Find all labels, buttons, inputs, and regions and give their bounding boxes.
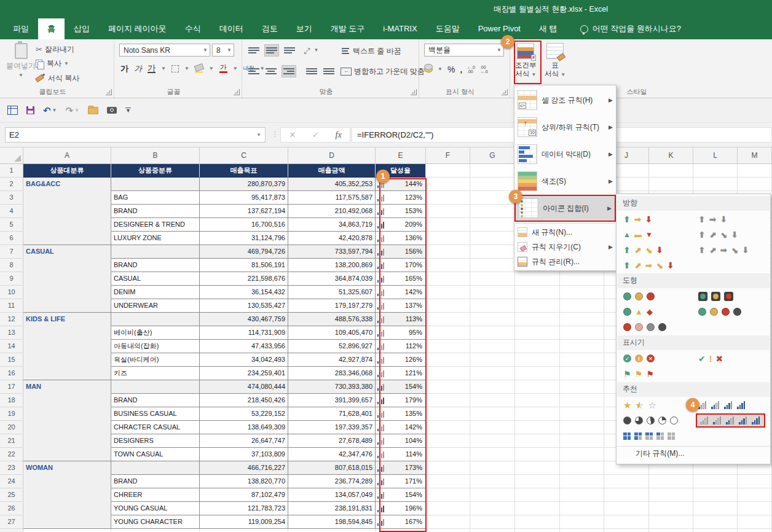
empty-cell[interactable] bbox=[560, 448, 604, 461]
empty-cell[interactable] bbox=[23, 529, 111, 532]
cell-minor-category[interactable]: 베이비(출산) bbox=[111, 326, 200, 340]
empty-cell[interactable] bbox=[515, 353, 560, 367]
cell-minor-category[interactable] bbox=[111, 461, 200, 475]
empty-cell[interactable] bbox=[426, 178, 470, 191]
cell-sales-target[interactable]: 26,647,747 bbox=[200, 434, 288, 448]
more-rules-item[interactable]: 기타 규칙(M)... bbox=[616, 446, 770, 461]
empty-cell[interactable] bbox=[470, 286, 515, 299]
cell-achievement-rate[interactable]: 104% bbox=[376, 434, 426, 448]
cell-achievement-rate[interactable]: 209% bbox=[376, 218, 426, 232]
empty-cell[interactable] bbox=[604, 515, 649, 529]
cell-achievement-rate[interactable]: 95% bbox=[376, 326, 426, 340]
empty-cell[interactable] bbox=[560, 421, 604, 434]
empty-cell[interactable] bbox=[560, 367, 604, 380]
cell-minor-category[interactable]: BRAND bbox=[111, 205, 200, 218]
empty-cell[interactable] bbox=[604, 529, 649, 532]
icon-set-option[interactable]: ⬆➡⬇ bbox=[698, 215, 727, 224]
paste-button[interactable]: 붙여넣기 ▼ bbox=[6, 43, 36, 78]
empty-cell[interactable] bbox=[738, 529, 772, 532]
empty-cell[interactable] bbox=[560, 394, 604, 407]
empty-cell[interactable] bbox=[515, 340, 560, 353]
center-align-button[interactable] bbox=[264, 66, 278, 77]
bold-button[interactable]: 가 bbox=[120, 65, 128, 72]
cell-minor-category[interactable]: BUSINESS CASUAL bbox=[111, 407, 200, 421]
column-header-A[interactable]: A bbox=[23, 147, 111, 163]
icon-set-option[interactable]: ⬆⬈⬊⬇ bbox=[623, 246, 663, 254]
empty-cell[interactable] bbox=[426, 326, 470, 340]
font-size-combo[interactable]: 8 ▼ bbox=[212, 44, 234, 57]
empty-cell[interactable] bbox=[515, 434, 560, 448]
empty-cell[interactable] bbox=[470, 326, 515, 340]
empty-cell[interactable] bbox=[470, 394, 515, 407]
column-header-K[interactable]: K bbox=[649, 147, 693, 163]
cell-achievement-rate[interactable]: 113% bbox=[376, 313, 426, 326]
empty-cell[interactable] bbox=[426, 259, 470, 272]
empty-cell[interactable] bbox=[426, 286, 470, 299]
cell-sales-target[interactable]: 466,716,227 bbox=[200, 461, 288, 475]
cell-achievement-rate[interactable]: 167% bbox=[376, 515, 426, 529]
empty-cell[interactable] bbox=[470, 434, 515, 448]
cell-sales-target[interactable]: 31,124,796 bbox=[200, 232, 288, 245]
cell-minor-category[interactable]: CASUAL bbox=[111, 272, 200, 286]
cell-sales-target[interactable]: 234,259,401 bbox=[200, 367, 288, 380]
tab-개발 도구[interactable]: 개발 도구 bbox=[321, 18, 374, 39]
cell-achievement-rate[interactable]: 165% bbox=[376, 272, 426, 286]
cell-sales-amount[interactable]: 197,339,357 bbox=[288, 421, 376, 434]
empty-cell[interactable] bbox=[515, 299, 560, 313]
cell-sales-target[interactable]: 87,102,479 bbox=[200, 488, 288, 502]
row-header-10[interactable]: 10 bbox=[0, 286, 23, 299]
row-header-8[interactable]: 8 bbox=[0, 259, 23, 272]
empty-cell[interactable] bbox=[515, 313, 560, 326]
icon-set-option-selected[interactable] bbox=[696, 413, 765, 428]
cell-sales-amount[interactable]: 238,191,831 bbox=[288, 502, 376, 515]
column-header-G[interactable]: G bbox=[470, 147, 515, 163]
formula-bar-splitter[interactable]: ⋮ bbox=[272, 130, 279, 138]
empty-cell[interactable] bbox=[426, 502, 470, 515]
cell-major-category[interactable]: CASUAL bbox=[23, 245, 111, 259]
merge-center-button[interactable]: ↔ 병합하고 가운데 맞춤 ▼ bbox=[341, 66, 432, 77]
tab-검토[interactable]: 검토 bbox=[253, 18, 287, 39]
empty-cell[interactable] bbox=[738, 502, 772, 515]
empty-cell[interactable] bbox=[693, 502, 738, 515]
cell-achievement-rate[interactable]: 171% bbox=[376, 475, 426, 488]
cell-sales-target[interactable]: 474,080,444 bbox=[200, 380, 288, 394]
column-header-B[interactable]: B bbox=[111, 147, 200, 163]
menu-item-data-bars[interactable]: 데이터 막대(D)▶ bbox=[514, 141, 616, 168]
empty-cell[interactable] bbox=[470, 205, 515, 218]
row-header-22[interactable]: 22 bbox=[0, 448, 23, 461]
empty-cell[interactable] bbox=[426, 461, 470, 475]
tab-페이지 레이아웃[interactable]: 페이지 레이아웃 bbox=[99, 18, 176, 39]
empty-cell[interactable] bbox=[649, 475, 693, 488]
cell-minor-category[interactable]: CHREER bbox=[111, 488, 200, 502]
column-header-L[interactable]: L bbox=[693, 147, 738, 163]
cell-achievement-rate[interactable]: 137% bbox=[376, 299, 426, 313]
cell-sales-amount[interactable]: 364,874,039 bbox=[288, 272, 376, 286]
increase-decimal-button[interactable]: ←.0.00 bbox=[467, 65, 475, 74]
empty-cell[interactable] bbox=[649, 488, 693, 502]
empty-cell[interactable] bbox=[376, 529, 426, 532]
row-header-21[interactable]: 21 bbox=[0, 434, 23, 448]
empty-cell[interactable] bbox=[426, 299, 470, 313]
empty-cell[interactable] bbox=[426, 529, 470, 532]
empty-cell[interactable] bbox=[738, 488, 772, 502]
empty-cell[interactable] bbox=[515, 380, 560, 394]
cell-minor-category[interactable]: 욕실(바디케어) bbox=[111, 353, 200, 367]
row-header-13[interactable]: 13 bbox=[0, 326, 23, 340]
cell-sales-amount[interactable]: 405,352,253 bbox=[288, 178, 376, 191]
cell-sales-amount[interactable]: 391,399,657 bbox=[288, 394, 376, 407]
cell-achievement-rate[interactable]: 154% bbox=[376, 380, 426, 394]
cell-major-category[interactable] bbox=[23, 353, 111, 367]
cell-major-category[interactable] bbox=[23, 232, 111, 245]
row-header-7[interactable]: 7 bbox=[0, 245, 23, 259]
empty-cell[interactable] bbox=[649, 502, 693, 515]
menu-item-new-rule[interactable]: 새 규칙(N)... bbox=[514, 225, 616, 240]
cell-minor-category[interactable]: LUXURY ZONE bbox=[111, 232, 200, 245]
cell-sales-amount[interactable]: 283,346,068 bbox=[288, 367, 376, 380]
cell-achievement-rate[interactable]: 196% bbox=[376, 502, 426, 515]
cell-minor-category[interactable]: YOUNG CHARACTER bbox=[111, 515, 200, 529]
freeze-panes-button[interactable] bbox=[7, 106, 18, 115]
empty-cell[interactable] bbox=[470, 313, 515, 326]
empty-cell[interactable] bbox=[426, 421, 470, 434]
empty-cell[interactable] bbox=[426, 475, 470, 488]
row-header-6[interactable]: 6 bbox=[0, 232, 23, 245]
